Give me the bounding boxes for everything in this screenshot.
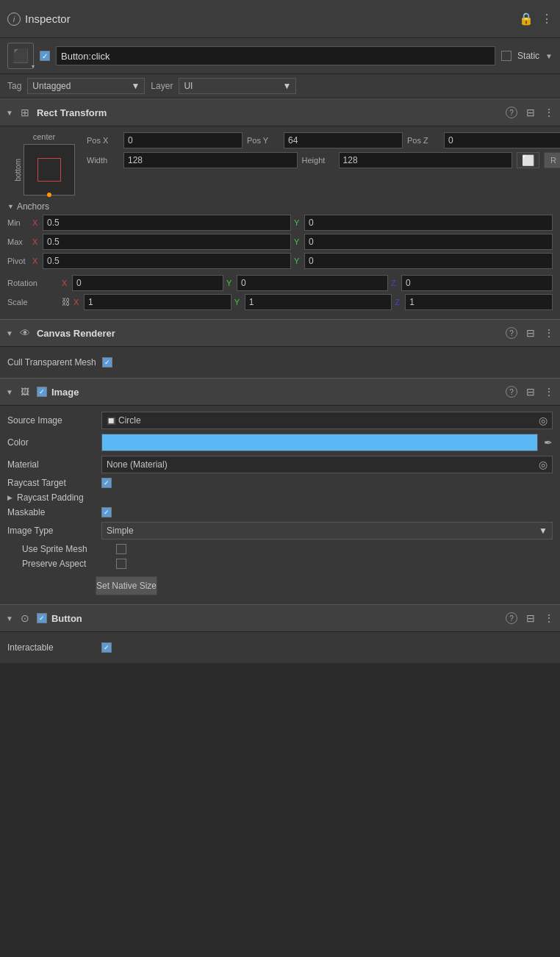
raycast-target-label: Raycast Target (7, 478, 96, 488)
anchors-max-x-label: X (32, 237, 40, 246)
pos-z-input[interactable] (444, 132, 560, 148)
button-settings-icon[interactable]: ⊟ (526, 612, 535, 624)
scale-z-input[interactable] (405, 294, 553, 310)
rotation-x-input[interactable] (72, 275, 223, 291)
pivot-x-input[interactable] (43, 253, 291, 269)
image-collapse-arrow[interactable]: ▼ (6, 388, 13, 396)
r-button[interactable]: R (544, 152, 560, 168)
scale-x-input[interactable] (84, 294, 231, 310)
rotation-row: Rotation X Y Z (7, 275, 553, 291)
anchors-min-y-label: Y (294, 218, 301, 227)
layer-dropdown[interactable]: UI ▼ (179, 78, 296, 94)
scale-y-input[interactable] (245, 294, 392, 310)
button-menu-icon[interactable]: ⋮ (544, 612, 554, 624)
anchors-min-x-label: X (32, 218, 40, 227)
image-type-row: Image Type Simple ▼ (7, 522, 553, 540)
cull-transparent-label: Cull Transparent Mesh (7, 357, 96, 368)
anchor-box[interactable] (24, 144, 75, 196)
anchors-max-row: Max X Y (7, 234, 553, 250)
scale-link-icon: ⛓ (62, 297, 71, 307)
maskable-checkbox[interactable]: ✓ (101, 507, 112, 517)
eyedropper-icon[interactable]: ✒ (544, 437, 553, 448)
tag-dropdown[interactable]: Untagged ▼ (27, 78, 145, 94)
material-field[interactable]: None (Material) ◎ (101, 456, 553, 473)
width-input[interactable] (123, 152, 298, 168)
image-icon: 🖼 (18, 384, 32, 399)
canvas-renderer-icon: 👁 (18, 326, 32, 340)
maskable-row: Maskable ✓ (7, 507, 553, 517)
image-type-value: Simple (107, 526, 134, 536)
image-help-icon[interactable]: ? (506, 386, 517, 398)
anchors-max-y-input[interactable] (304, 234, 553, 250)
image-settings-icon[interactable]: ⊟ (526, 386, 535, 398)
preserve-aspect-checkbox[interactable] (116, 559, 126, 569)
anchors-collapse-arrow[interactable]: ▼ (7, 203, 14, 210)
source-image-field[interactable]: 🔲 Circle ◎ (101, 412, 553, 429)
scale-x-label: X (73, 298, 81, 307)
anchors-max-x-input[interactable] (43, 234, 291, 250)
object-name-field[interactable] (56, 46, 495, 65)
raycast-target-checkbox[interactable]: ✓ (101, 478, 112, 488)
use-sprite-mesh-row: Use Sprite Mesh (7, 544, 553, 554)
menu-icon[interactable]: ⋮ (541, 12, 553, 26)
set-native-size-button[interactable]: Set Native Size (96, 576, 157, 595)
canvas-renderer-help-icon[interactable]: ? (506, 327, 517, 339)
height-input[interactable] (339, 152, 513, 168)
canvas-renderer-collapse-arrow[interactable]: ▼ (6, 329, 13, 337)
pivot-x-label: X (32, 257, 40, 265)
button-help-icon[interactable]: ? (506, 612, 517, 624)
pos-x-input[interactable] (123, 132, 243, 148)
header-actions: 🔒 ⋮ (519, 12, 553, 26)
rect-transform-icon: ⊞ (18, 105, 32, 120)
static-checkbox[interactable] (501, 51, 511, 61)
static-dropdown-arrow[interactable]: ▼ (545, 52, 553, 60)
pos-y-label: Pos Y (247, 136, 279, 145)
interactable-checkbox[interactable]: ✓ (101, 642, 112, 653)
image-title: Image (51, 387, 506, 398)
pos-fields: Pos X Pos Y Pos Z Width Height ⬜ R (87, 132, 560, 196)
image-active-checkbox[interactable]: ✓ (37, 387, 47, 397)
cube-dropdown-arrow[interactable]: ▾ (32, 63, 35, 70)
object-active-checkbox[interactable]: ✓ (40, 51, 50, 61)
material-value: None (Material) (107, 459, 168, 470)
source-image-target-icon[interactable]: ◎ (539, 415, 548, 426)
raycast-padding-arrow[interactable]: ▶ (7, 494, 12, 501)
material-target-icon[interactable]: ◎ (539, 459, 548, 470)
pivot-y-input[interactable] (304, 253, 553, 269)
inspector-title: Inspector (25, 12, 519, 25)
canvas-renderer-menu-icon[interactable]: ⋮ (544, 327, 554, 339)
color-field[interactable] (101, 434, 538, 451)
use-sprite-mesh-checkbox[interactable] (116, 544, 126, 554)
anchors-min-y-input[interactable] (304, 215, 553, 231)
image-menu-icon[interactable]: ⋮ (544, 386, 554, 398)
pos-z-label: Pos Z (407, 136, 439, 145)
scale-z-label: Z (395, 298, 402, 307)
rect-transform-settings-icon[interactable]: ⊟ (526, 107, 535, 118)
tag-label: Tag (7, 81, 21, 91)
static-label: Static (517, 51, 539, 61)
image-header: ▼ 🖼 ✓ Image ? ⊟ ⋮ (0, 378, 560, 406)
preserve-aspect-row: Preserve Aspect (7, 559, 553, 569)
anchors-title: ▼ Anchors (7, 201, 553, 212)
rect-transform-collapse-arrow[interactable]: ▼ (6, 109, 13, 117)
color-row: Color ✒ (7, 434, 553, 451)
button-collapse-arrow[interactable]: ▼ (6, 614, 13, 623)
rect-transform-menu-icon[interactable]: ⋮ (544, 107, 554, 118)
interactable-row: Interactable ✓ (7, 638, 553, 657)
material-label: Material (7, 459, 96, 470)
canvas-renderer-settings-icon[interactable]: ⊟ (526, 327, 535, 339)
anchor-side-label: bottom (14, 159, 22, 182)
rect-transform-content: center bottom Pos X Pos Y Pos Z Width (0, 126, 560, 319)
image-type-dropdown[interactable]: Simple ▼ (101, 522, 553, 540)
blueprint-button[interactable]: ⬜ (517, 152, 539, 168)
button-active-checkbox[interactable]: ✓ (37, 613, 47, 623)
rotation-y-input[interactable] (237, 275, 388, 291)
lock-icon[interactable]: 🔒 (519, 12, 534, 26)
rotation-z-input[interactable] (401, 275, 553, 291)
button-title: Button (51, 613, 506, 624)
pos-y-input[interactable] (284, 132, 403, 148)
anchor-dot (47, 193, 51, 197)
rect-transform-help-icon[interactable]: ? (506, 107, 517, 118)
cull-transparent-checkbox[interactable]: ✓ (102, 357, 112, 368)
anchors-min-x-input[interactable] (43, 215, 291, 231)
